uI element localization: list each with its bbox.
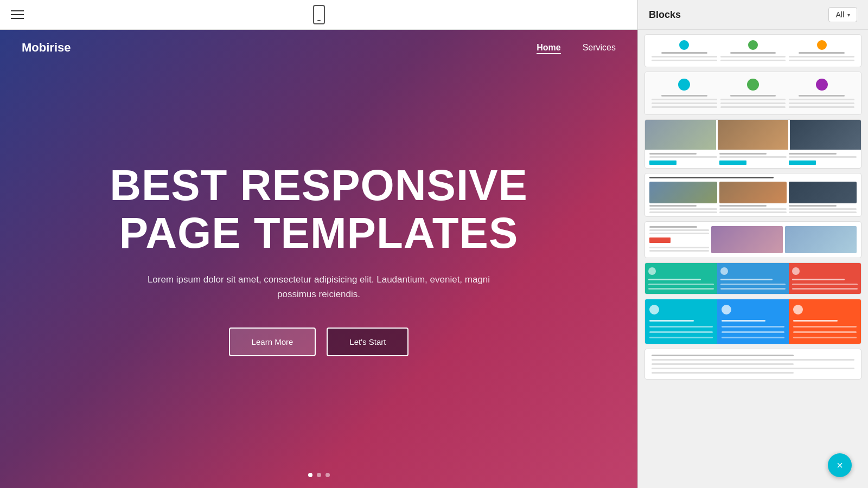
lets-start-button[interactable]: Let's Start (327, 328, 409, 356)
block-thumb-7[interactable] (644, 299, 861, 344)
block-thumb-3[interactable] (644, 119, 861, 169)
phone-device-icon (313, 5, 325, 24)
blocks-header: Blocks All ▾ (638, 0, 868, 30)
main-canvas: Mobirise Home Services BEST RESPONSIVE P… (0, 0, 637, 488)
hero-buttons: Learn More Let's Start (229, 328, 409, 356)
blocks-filter-label: All (835, 10, 844, 19)
hero-title: BEST RESPONSIVE PAGE TEMPLATES (110, 162, 528, 257)
block-preview-features-circles (645, 72, 861, 114)
hero-title-line1: BEST RESPONSIVE (110, 161, 528, 209)
block-thumb-2[interactable] (644, 72, 861, 115)
hero-content: BEST RESPONSIVE PAGE TEMPLATES Lorem ips… (0, 30, 637, 488)
block-thumb-4[interactable] (644, 173, 861, 217)
slide-dot-2[interactable] (317, 473, 321, 477)
hero-section: Mobirise Home Services BEST RESPONSIVE P… (0, 30, 637, 488)
close-button[interactable]: × (828, 453, 852, 477)
device-icon[interactable] (313, 5, 325, 24)
thumb-icon-1 (679, 40, 689, 50)
block-thumb-5[interactable] (644, 221, 861, 258)
block-preview-colored-features (645, 263, 861, 294)
toolbar (0, 0, 637, 30)
nav-item-home[interactable]: Home (537, 43, 560, 53)
nav-links: Home Services (537, 43, 616, 53)
block-thumb-1[interactable] (644, 34, 861, 67)
hero-nav: Mobirise Home Services (0, 30, 637, 66)
site-logo: Mobirise (22, 41, 71, 55)
block-preview-3photos (645, 120, 861, 150)
thumb-icon-2 (748, 40, 758, 50)
slide-dot-3[interactable] (326, 473, 330, 477)
hamburger-icon[interactable] (11, 10, 24, 19)
block-preview-colored-big (645, 299, 861, 344)
blocks-panel: Blocks All ▾ (637, 0, 868, 488)
thumb-icon-3 (817, 40, 827, 50)
chevron-down-icon: ▾ (847, 12, 850, 18)
blocks-list[interactable] (638, 30, 868, 488)
hero-subtitle: Lorem ipsum dolor sit amet, consectetur … (129, 272, 509, 301)
learn-more-button[interactable]: Learn More (229, 328, 316, 356)
block-preview-blog (645, 174, 861, 216)
hero-title-line2: PAGE TEMPLATES (119, 209, 519, 257)
block-thumb-6[interactable] (644, 262, 861, 294)
block-preview-last (645, 349, 861, 379)
blocks-filter-button[interactable]: All ▾ (828, 7, 857, 22)
block-thumb-8[interactable] (644, 349, 861, 380)
block-preview-features-icons (645, 35, 861, 67)
nav-link-services[interactable]: Services (583, 43, 616, 52)
nav-item-services[interactable]: Services (583, 43, 616, 53)
nav-link-home[interactable]: Home (537, 43, 560, 54)
slide-indicator (308, 473, 330, 477)
close-icon: × (837, 459, 843, 472)
slide-dot-1[interactable] (308, 473, 312, 477)
blocks-title: Blocks (649, 9, 681, 21)
block-preview-news (645, 222, 861, 258)
